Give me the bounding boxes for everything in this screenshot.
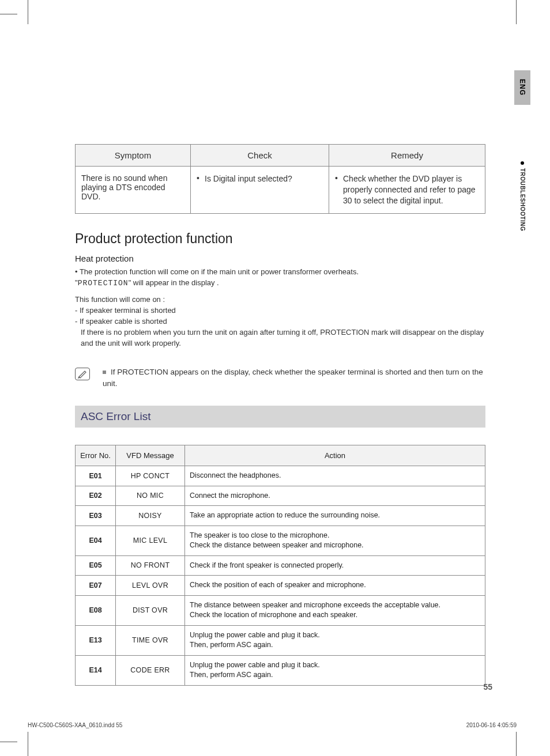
cell-error-no: E05: [76, 555, 116, 576]
table-row: E13TIME OVRUnplug the power cable and pl…: [76, 625, 485, 655]
cell-action: The speaker is too close to the micropho…: [185, 526, 485, 555]
footer: HW-C500-C560S-XAA_0610.indd 55 2010-06-1…: [28, 722, 517, 728]
cell-error-no: E14: [76, 655, 116, 685]
asc-title-bar: ASC Error List: [75, 406, 485, 428]
protection-line: "PROTECTION" will appear in the display …: [75, 278, 485, 289]
protection-line: - If speaker terminal is shorted: [75, 305, 485, 316]
protection-line: This function will come on :: [75, 294, 485, 305]
cell-action: Connect the microphone.: [185, 486, 485, 506]
cell-check: •Is Digital input selected?: [191, 167, 329, 214]
square-bullet-icon: [103, 371, 106, 374]
footer-timestamp: 2010-06-16 4:05:59: [466, 722, 517, 728]
cell-action: The distance between speaker and microph…: [185, 595, 485, 625]
table-row: E01HP CONCTDisconnect the headphones.: [76, 466, 485, 486]
protection-line: • The protection function will come on i…: [75, 267, 485, 278]
cell-action: Check if the front speaker is connected …: [185, 555, 485, 576]
cell-action: Take an appropriate action to reduce the…: [185, 506, 485, 526]
subsection-heat: Heat protection: [75, 254, 485, 263]
col-symptom: Symptom: [76, 145, 191, 167]
table-row: E07LEVL OVRCheck the position of each of…: [76, 576, 485, 596]
protection-line: If there is no problem when you turn the…: [75, 327, 485, 349]
table-row: E04MIC LEVLThe speaker is too close to t…: [76, 526, 485, 555]
bullet-icon: [521, 161, 524, 165]
section-title-protection: Product protection function: [75, 231, 485, 247]
cell-vfd-message: NO FRONT: [116, 555, 185, 576]
crop-mark: [0, 14, 17, 14]
page-content: Symptom Check Remedy There is no sound w…: [75, 144, 485, 686]
table-row: E02NO MICConnect the microphone.: [76, 486, 485, 506]
col-check: Check: [191, 145, 329, 167]
troubleshoot-table: Symptom Check Remedy There is no sound w…: [75, 144, 485, 214]
protection-line: - If speaker cable is shorted: [75, 316, 485, 327]
footer-file: HW-C500-C560S-XAA_0610.indd 55: [28, 722, 122, 728]
cell-vfd-message: LEVL OVR: [116, 576, 185, 596]
col-vfd-message: VFD Message: [116, 445, 185, 466]
cell-error-no: E01: [76, 466, 116, 486]
cell-action: Unplug the power cable and plug it back.…: [185, 655, 485, 685]
crop-mark: [516, 732, 517, 756]
cell-error-no: E04: [76, 526, 116, 555]
crop-mark: [516, 0, 517, 24]
cell-error-no: E02: [76, 486, 116, 506]
cell-vfd-message: MIC LEVL: [116, 526, 185, 555]
check-text: Is Digital input selected?: [205, 173, 323, 184]
cell-vfd-message: NOISY: [116, 506, 185, 526]
cell-vfd-message: DIST OVR: [116, 595, 185, 625]
cell-error-no: E07: [76, 576, 116, 596]
asc-error-table: Error No. VFD Message Action E01HP CONCT…: [75, 445, 485, 686]
cell-vfd-message: TIME OVR: [116, 625, 185, 655]
crop-mark: [28, 0, 28, 24]
section-tab: TROUBLESHOOTING: [514, 161, 530, 277]
crop-mark: [28, 732, 28, 756]
section-label: TROUBLESHOOTING: [519, 168, 526, 231]
table-row: E05NO FRONTCheck if the front speaker is…: [76, 555, 485, 576]
page-number: 55: [483, 682, 492, 691]
cell-action: Unplug the power cable and plug it back.…: [185, 625, 485, 655]
language-tab: ENG: [514, 70, 530, 105]
cell-error-no: E03: [76, 506, 116, 526]
cell-error-no: E13: [76, 625, 116, 655]
remedy-text: Check whether the DVD player is properly…: [343, 173, 479, 206]
cell-symptom: There is no sound when playing a DTS enc…: [76, 167, 191, 214]
cell-vfd-message: CODE ERR: [116, 655, 185, 685]
cell-vfd-message: HP CONCT: [116, 466, 185, 486]
cell-vfd-message: NO MIC: [116, 486, 185, 506]
cell-remedy: •Check whether the DVD player is properl…: [329, 167, 485, 214]
table-row: E14CODE ERRUnplug the power cable and pl…: [76, 655, 485, 685]
col-action: Action: [185, 445, 485, 466]
note-icon: [75, 368, 90, 380]
col-error-no: Error No.: [76, 445, 116, 466]
cell-action: Disconnect the headphones.: [185, 466, 485, 486]
protection-body: • The protection function will come on i…: [75, 267, 485, 349]
cell-action: Check the position of each of speaker an…: [185, 576, 485, 596]
table-row: E08DIST OVRThe distance between speaker …: [76, 595, 485, 625]
note-text: If PROTECTION appears on the display, ch…: [103, 366, 485, 390]
cell-error-no: E08: [76, 595, 116, 625]
note-block: If PROTECTION appears on the display, ch…: [75, 366, 485, 390]
crop-mark: [0, 742, 17, 742]
table-row: There is no sound when playing a DTS enc…: [76, 167, 485, 214]
table-row: E03NOISYTake an appropriate action to re…: [76, 506, 485, 526]
note-content: If PROTECTION appears on the display, ch…: [103, 368, 483, 388]
col-remedy: Remedy: [329, 145, 485, 167]
